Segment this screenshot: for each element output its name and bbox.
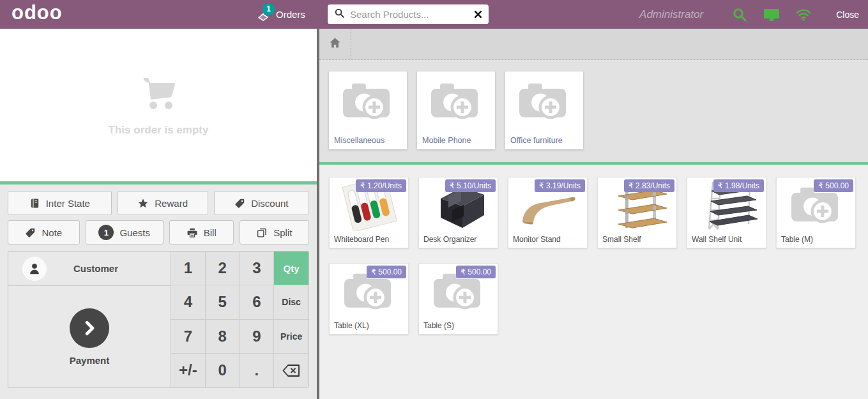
home-icon bbox=[328, 36, 342, 52]
product-name: Table (XL) bbox=[334, 321, 369, 330]
action-button-label: Split bbox=[273, 227, 292, 238]
action-button-label: Note bbox=[42, 227, 62, 238]
panel-divider bbox=[317, 29, 319, 399]
products-panel: MiscellaneousMobile PhoneOffice furnitur… bbox=[319, 29, 868, 399]
product-search-box bbox=[328, 4, 489, 24]
printer-icon bbox=[187, 227, 198, 238]
odoo-logo: odoo bbox=[11, 1, 63, 24]
orders-label: Orders bbox=[276, 9, 305, 20]
numpad-key-2[interactable]: 2 bbox=[206, 252, 240, 285]
product-card-table-s[interactable]: ₹ 500.00Table (S) bbox=[418, 263, 498, 335]
action-button-guests[interactable]: 1Guests bbox=[86, 220, 164, 245]
price-badge: ₹ 500.00 bbox=[456, 266, 496, 278]
price-badge: ₹ 3.19/Units bbox=[535, 179, 585, 192]
pads-container: Customer Payment 123Qty456Disc789Price+/… bbox=[8, 251, 309, 388]
numpad-key-6[interactable]: 6 bbox=[240, 285, 275, 319]
numpad-key-4[interactable]: 4 bbox=[171, 285, 206, 319]
numpad-key-0[interactable]: 0 bbox=[206, 354, 240, 388]
product-name: Table (M) bbox=[781, 235, 813, 244]
search-input[interactable] bbox=[350, 9, 469, 20]
numpad-key-5[interactable]: 5 bbox=[206, 285, 240, 319]
orders-icon: 1 bbox=[256, 8, 271, 25]
product-grid: ₹ 1.20/UnitsWhiteboard Pen₹ 5.10/UnitsDe… bbox=[319, 165, 868, 347]
action-button-inter-state[interactable]: Inter State bbox=[8, 191, 112, 215]
numpad-key-disc[interactable]: Disc bbox=[274, 285, 308, 319]
action-button-label: Guests bbox=[119, 227, 150, 238]
chevron-right-icon bbox=[70, 308, 109, 348]
numpad-key-qty[interactable]: Qty bbox=[274, 252, 308, 285]
numpad-key-8[interactable]: 8 bbox=[206, 320, 240, 354]
product-card-table-m[interactable]: ₹ 500.00Table (M) bbox=[776, 177, 856, 248]
category-tile-office-furniture[interactable]: Office furniture bbox=[505, 72, 583, 149]
price-badge: ₹ 1.20/Units bbox=[356, 179, 406, 192]
category-image-placeholder-icon bbox=[340, 79, 396, 125]
orders-count-badge: 1 bbox=[262, 3, 275, 16]
category-list: MiscellaneousMobile PhoneOffice furnitur… bbox=[319, 60, 868, 162]
tag-icon bbox=[234, 198, 245, 209]
numpad-key-3[interactable]: 3 bbox=[240, 252, 275, 285]
order-panel: This order is empty Inter StateRewardDis… bbox=[0, 29, 317, 399]
category-name: Office furniture bbox=[510, 136, 563, 145]
person-icon bbox=[22, 257, 47, 281]
action-button-label: Inter State bbox=[46, 198, 90, 209]
category-tile-mobile-phone[interactable]: Mobile Phone bbox=[417, 72, 495, 149]
product-name: Small Shelf bbox=[602, 235, 641, 244]
product-card-whiteboard-pen[interactable]: ₹ 1.20/UnitsWhiteboard Pen bbox=[329, 177, 409, 248]
home-category-button[interactable] bbox=[319, 29, 351, 59]
search-toggle-icon[interactable] bbox=[731, 6, 748, 23]
price-badge: ₹ 1.98/Units bbox=[713, 179, 764, 192]
numpad-key-backspace[interactable] bbox=[274, 354, 308, 388]
wifi-icon[interactable] bbox=[795, 6, 812, 23]
numpad-key-9[interactable]: 9 bbox=[240, 320, 275, 354]
action-button-label: Discount bbox=[251, 198, 288, 209]
star-icon bbox=[137, 198, 149, 209]
search-icon bbox=[334, 8, 345, 21]
price-badge: ₹ 2.83/Units bbox=[624, 179, 674, 192]
action-button-bill[interactable]: Bill bbox=[169, 220, 234, 245]
topbar-right-group: Administrator Close bbox=[639, 0, 859, 29]
action-button-row-2: Note1GuestsBillSplit bbox=[8, 220, 309, 245]
numpad-key-dot[interactable]: . bbox=[240, 354, 275, 388]
numpad-key-plus-minus[interactable]: +/- bbox=[171, 354, 206, 388]
numpad-key-7[interactable]: 7 bbox=[171, 320, 206, 354]
category-breadcrumb bbox=[319, 29, 868, 60]
payment-button[interactable]: Payment bbox=[8, 286, 171, 388]
price-badge: ₹ 500.00 bbox=[814, 179, 853, 192]
action-button-discount[interactable]: Discount bbox=[214, 191, 309, 215]
split-icon bbox=[256, 227, 268, 238]
action-button-row-1: Inter StateRewardDiscount bbox=[8, 191, 309, 215]
product-card-monitor-stand[interactable]: ₹ 3.19/UnitsMonitor Stand bbox=[508, 177, 588, 248]
book-icon bbox=[29, 198, 40, 209]
clear-search-icon[interactable] bbox=[474, 10, 482, 19]
product-card-table-xl[interactable]: ₹ 500.00Table (XL) bbox=[329, 263, 409, 335]
customer-display-icon[interactable] bbox=[763, 6, 780, 23]
action-button-label: Reward bbox=[155, 198, 188, 209]
empty-order-message: This order is empty bbox=[109, 124, 209, 137]
orders-button[interactable]: 1 Orders bbox=[256, 0, 305, 29]
category-tile-miscellaneous[interactable]: Miscellaneous bbox=[329, 72, 407, 149]
numpad-key-price[interactable]: Price bbox=[274, 320, 308, 354]
order-controls: Inter StateRewardDiscount Note1GuestsBil… bbox=[0, 184, 317, 388]
category-image-placeholder-icon bbox=[516, 79, 572, 125]
action-button-reward[interactable]: Reward bbox=[118, 191, 208, 215]
customer-label: Customer bbox=[47, 263, 145, 274]
user-name: Administrator bbox=[639, 8, 703, 21]
topbar: odoo 1 Orders Administrator bbox=[0, 0, 868, 29]
action-button-note[interactable]: Note bbox=[8, 220, 80, 245]
guests-count-badge: 1 bbox=[98, 225, 114, 240]
product-card-small-shelf[interactable]: ₹ 2.83/UnitsSmall Shelf bbox=[597, 177, 677, 248]
cart-icon bbox=[138, 74, 179, 114]
customer-button[interactable]: Customer bbox=[8, 252, 171, 286]
price-badge: ₹ 500.00 bbox=[367, 266, 406, 278]
product-name: Wall Shelf Unit bbox=[692, 235, 742, 244]
order-lines-area: This order is empty bbox=[0, 29, 317, 181]
product-card-desk-organizer[interactable]: ₹ 5.10/UnitsDesk Organizer bbox=[418, 177, 498, 248]
product-card-wall-shelf-unit[interactable]: ₹ 1.98/UnitsWall Shelf Unit bbox=[687, 177, 766, 248]
tag-icon bbox=[25, 227, 36, 238]
numpad-key-1[interactable]: 1 bbox=[171, 252, 206, 285]
price-badge: ₹ 5.10/Units bbox=[445, 179, 496, 192]
category-image-placeholder-icon bbox=[428, 79, 484, 125]
action-button-label: Bill bbox=[204, 227, 217, 238]
close-button[interactable]: Close bbox=[836, 10, 859, 20]
action-button-split[interactable]: Split bbox=[240, 220, 309, 245]
